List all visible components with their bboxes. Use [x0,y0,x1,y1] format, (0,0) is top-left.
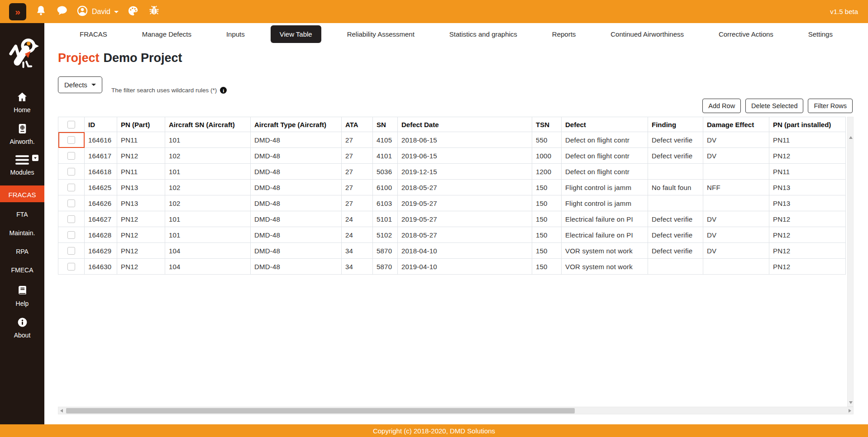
table-cell[interactable]: 2019-04-10 [398,259,532,275]
select-all-checkbox[interactable] [67,121,75,128]
table-cell[interactable]: 550 [532,132,562,148]
table-cell[interactable] [648,195,703,211]
row-checkbox[interactable] [67,231,75,239]
tab-corrective-actions[interactable]: Corrective Actions [710,25,782,43]
table-cell[interactable]: 34 [342,243,373,259]
table-cell[interactable]: PN11 [769,164,846,180]
table-cell[interactable]: 27 [342,164,373,180]
tab-inputs[interactable]: Inputs [217,25,254,43]
table-cell[interactable]: 101 [165,164,251,180]
table-cell[interactable]: Defect verifie [648,227,703,243]
table-cell[interactable]: 101 [165,227,251,243]
sidebar-item-rpa[interactable]: RPA [0,248,44,256]
table-cell[interactable] [703,164,769,180]
table-cell[interactable]: Defect verifie [648,211,703,227]
table-cell[interactable]: 150 [532,259,562,275]
table-cell[interactable]: 150 [532,227,562,243]
table-cell[interactable]: 24 [342,211,373,227]
table-cell[interactable]: 150 [532,195,562,211]
table-cell[interactable]: PN11 [769,132,846,148]
table-cell[interactable] [703,259,769,275]
info-icon[interactable]: i [220,87,227,94]
scroll-left-arrow-icon[interactable] [60,409,63,413]
tab-settings[interactable]: Settings [799,25,842,43]
table-cell[interactable]: PN12 [117,227,165,243]
row-checkbox[interactable] [67,152,75,160]
table-cell[interactable]: 150 [532,211,562,227]
table-cell[interactable]: PN13 [769,195,846,211]
table-cell[interactable]: 24 [342,227,373,243]
sidebar-item-help[interactable]: Help [0,285,44,307]
table-cell[interactable]: 104 [165,259,251,275]
defects-dropdown[interactable]: Defects [58,76,102,93]
table-cell[interactable]: 150 [532,180,562,195]
row-checkbox[interactable] [67,200,75,207]
table-cell[interactable]: 102 [165,180,251,195]
messages-button[interactable] [56,5,68,18]
row-checkbox[interactable] [67,247,75,255]
table-cell[interactable]: 1200 [532,164,562,180]
table-cell[interactable]: 27 [342,180,373,195]
debug-button[interactable] [148,5,160,18]
table-cell[interactable]: DMD-48 [251,132,342,148]
table-cell[interactable]: DMD-48 [251,148,342,164]
table-cell[interactable]: 5870 [373,259,398,275]
table-cell[interactable]: 27 [342,148,373,164]
table-cell[interactable]: 6100 [373,180,398,195]
table-cell[interactable]: PN11 [117,132,165,148]
scroll-down-arrow-icon[interactable] [849,401,853,404]
table-cell[interactable]: PN12 [769,259,846,275]
table-cell[interactable]: 164617 [85,148,117,164]
table-cell[interactable]: 2019-12-15 [398,164,532,180]
sidebar-item-home[interactable]: Home [0,91,44,114]
table-cell[interactable] [703,195,769,211]
table-cell[interactable]: PN12 [117,243,165,259]
table-cell[interactable]: DMD-48 [251,164,342,180]
table-cell[interactable]: 102 [165,195,251,211]
table-cell[interactable]: 164626 [85,195,117,211]
table-cell[interactable]: DV [703,148,769,164]
table-cell[interactable]: PN12 [769,148,846,164]
scroll-right-arrow-icon[interactable] [849,409,851,413]
table-cell[interactable]: DMD-48 [251,211,342,227]
table-cell[interactable]: 150 [532,243,562,259]
table-cell[interactable]: 34 [342,259,373,275]
table-cell[interactable]: PN12 [769,227,846,243]
table-cell[interactable]: DMD-48 [251,180,342,195]
table-cell[interactable]: 5101 [373,211,398,227]
sidebar-item-fmeca[interactable]: FMECA [0,266,44,274]
table-cell[interactable]: Flight control is jamm [562,180,648,195]
table-cell[interactable]: DMD-48 [251,227,342,243]
table-cell[interactable]: NFF [703,180,769,195]
tab-continued-airworthiness[interactable]: Continued Airworthiness [601,25,693,43]
tab-statistics-and-graphics[interactable]: Statistics and graphics [440,25,526,43]
table-cell[interactable]: 164627 [85,211,117,227]
tab-reports[interactable]: Reports [543,25,585,43]
tab-view-table[interactable]: View Table [271,25,321,43]
table-cell[interactable]: 2018-04-10 [398,243,532,259]
table-cell[interactable]: 2019-05-27 [398,211,532,227]
sidebar-item-airworth[interactable]: Airworth. [0,123,44,145]
table-cell[interactable]: Defect verifie [648,132,703,148]
row-checkbox[interactable] [67,263,75,271]
table-cell[interactable]: PN13 [117,180,165,195]
table-cell[interactable]: 104 [165,243,251,259]
table-cell[interactable]: Flight control is jamm [562,195,648,211]
sidebar-item-fta[interactable]: FTA [0,211,44,218]
row-checkbox[interactable] [67,184,75,191]
delete-selected-button[interactable]: Delete Selected [745,99,803,113]
table-cell[interactable]: 2019-05-27 [398,195,532,211]
table-cell[interactable]: 4101 [373,148,398,164]
notifications-button[interactable] [35,5,47,18]
table-cell[interactable]: 164625 [85,180,117,195]
row-checkbox[interactable] [67,136,75,144]
table-cell[interactable]: PN13 [117,195,165,211]
table-cell[interactable]: Electrical failure on PI [562,211,648,227]
table-cell[interactable]: DMD-48 [251,259,342,275]
table-cell[interactable]: 5102 [373,227,398,243]
table-cell[interactable]: Defect on flight contr [562,148,648,164]
table-cell[interactable]: 164629 [85,243,117,259]
row-checkbox[interactable] [67,215,75,223]
table-cell[interactable]: 164618 [85,164,117,180]
table-cell[interactable]: PN11 [117,164,165,180]
